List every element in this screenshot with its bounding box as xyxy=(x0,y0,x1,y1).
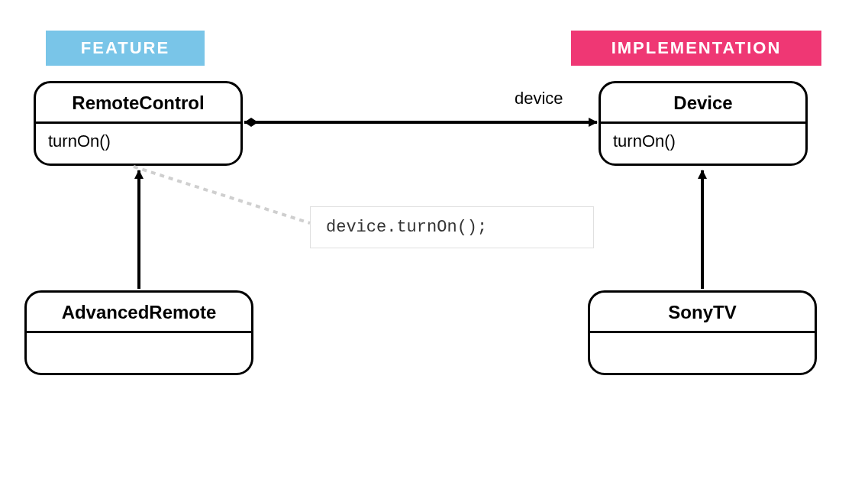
class-advancedremote-method xyxy=(27,333,251,373)
class-advancedremote: AdvancedRemote xyxy=(24,290,253,375)
association-label: device xyxy=(515,89,563,108)
class-sonytv: SonyTV xyxy=(588,290,817,375)
class-advancedremote-name: AdvancedRemote xyxy=(27,293,251,333)
class-sonytv-name: SonyTV xyxy=(590,293,815,333)
class-sonytv-method xyxy=(590,333,815,373)
class-device-method: turnOn() xyxy=(601,124,805,164)
connector-layer xyxy=(0,0,868,502)
class-device-name: Device xyxy=(601,83,805,124)
class-remotecontrol-name: RemoteControl xyxy=(36,83,240,124)
code-note: device.turnOn(); xyxy=(310,206,594,248)
class-remotecontrol: RemoteControl turnOn() xyxy=(34,81,243,166)
implementation-badge: IMPLEMENTATION xyxy=(571,31,821,66)
feature-badge: FEATURE xyxy=(46,31,205,66)
class-device: Device turnOn() xyxy=(599,81,808,166)
note-connector xyxy=(134,167,310,223)
class-remotecontrol-method: turnOn() xyxy=(36,124,240,164)
